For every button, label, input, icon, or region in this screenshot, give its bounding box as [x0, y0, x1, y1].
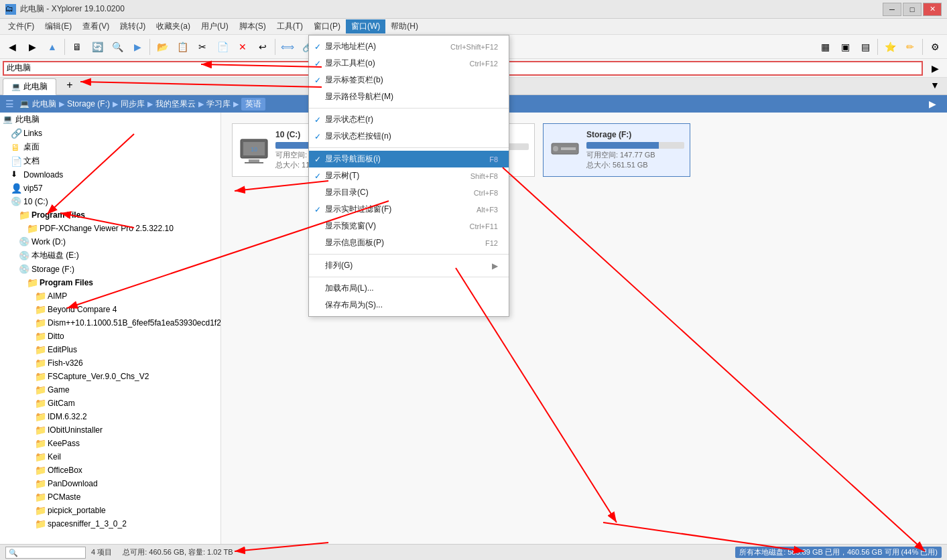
list-button[interactable]: ▤ [856, 38, 875, 56]
maximize-button[interactable]: □ [903, 3, 922, 16]
dd-save-layout[interactable]: 保存布局为(S)... [309, 297, 509, 313]
disk-info-indicator: 所有本地磁盘: 585.89 GB 已用，460.56 GB 可用 (44% 已… [735, 547, 942, 558]
game-icon: 📁 [35, 384, 46, 395]
sidebar-item-keepass[interactable]: 📁 KeePass [0, 437, 220, 450]
sidebar-item-desktop[interactable]: 🖥 桌面 [0, 140, 220, 154]
minimize-button[interactable]: ─ [883, 3, 901, 16]
menu-tools[interactable]: 工具(T) [271, 19, 308, 33]
sidebar-item-aimp[interactable]: 📁 AIMP [0, 289, 220, 303]
sidebar-item-iobit[interactable]: 📁 IObitUninstaller [0, 423, 220, 437]
back-button[interactable]: ◀ [3, 38, 21, 56]
color-button[interactable]: ✏ [901, 38, 920, 56]
browse-button[interactable]: 📂 [153, 38, 172, 56]
sidebar-item-vip57[interactable]: 👤 vip57 [0, 182, 220, 195]
bc-item-sync[interactable]: 同步库 [121, 98, 145, 110]
menu-file[interactable]: 文件(F) [3, 19, 40, 33]
sidebar-item-links[interactable]: 🔗 Links [0, 127, 220, 140]
menu-window-w[interactable]: 窗口(W) [346, 19, 385, 33]
menu-edit[interactable]: 编辑(E) [40, 19, 77, 33]
refresh-button[interactable]: 🔄 [88, 38, 107, 56]
paste-button[interactable]: 📄 [213, 38, 232, 56]
sidebar-item-documents[interactable]: 📄 文档 [0, 154, 220, 168]
sidebar-item-f-drive[interactable]: 💿 Storage (F:) [0, 263, 220, 276]
sync-button[interactable]: ⟺ [278, 38, 297, 56]
sidebar-label-iobit: IObitUninstaller [48, 425, 103, 435]
copy2-button[interactable]: 📋 [173, 38, 192, 56]
close-button[interactable]: ✕ [923, 3, 942, 16]
home-button[interactable]: 🖥 [68, 38, 86, 56]
menu-window-p[interactable]: 窗口(P) [308, 19, 346, 33]
sidebar-item-game[interactable]: 📁 Game [0, 383, 220, 397]
dd-show-breadcrumb[interactable]: 显示路径导航栏(M) [309, 88, 509, 105]
delete-button[interactable]: ✕ [233, 38, 252, 56]
sidebar-item-ditto[interactable]: 📁 Ditto [0, 330, 220, 343]
star-button[interactable]: ⭐ [881, 38, 899, 56]
sidebar-item-spacesniffer[interactable]: 📁 spacesniffer_1_3_0_2 [0, 517, 220, 531]
dd-show-filter[interactable]: ✓ 显示实时过滤窗(F) Alt+F3 [309, 201, 509, 218]
cut-button[interactable]: ✂ [193, 38, 212, 56]
addr-go-button[interactable]: ▶ [926, 59, 944, 78]
bc-item-study[interactable]: 学习库 [206, 98, 231, 110]
menu-favorites[interactable]: 收藏夹(a) [151, 19, 196, 33]
new-tab-button[interactable]: + [60, 76, 79, 94]
dd-show-info[interactable]: 显示信息面板(P) F12 [309, 234, 509, 251]
pandownload-icon: 📁 [35, 478, 46, 489]
menu-help[interactable]: 帮助(H) [385, 19, 424, 33]
settings-button[interactable]: ⚙ [926, 38, 944, 56]
dd-show-nav[interactable]: ✓ 显示导航面板(i) F8 [309, 151, 509, 167]
sidebar-item-fish[interactable]: 📁 Fish-v326 [0, 356, 220, 370]
sidebar-item-keil[interactable]: 📁 Keil [0, 450, 220, 464]
dd-show-tree[interactable]: ✓ 显示树(T) Shift+F8 [309, 167, 509, 184]
up-button[interactable]: ▲ [43, 38, 62, 56]
sidebar-item-dism[interactable]: 📁 Dism++10.1.1000.51B_6feef5fa1ea53930ec… [0, 316, 220, 330]
undo-button[interactable]: ↩ [253, 38, 272, 56]
search-button[interactable]: 🔍 [108, 38, 127, 56]
sidebar-item-d-drive[interactable]: 💿 Work (D:) [0, 235, 220, 249]
menu-view[interactable]: 查看(V) [77, 19, 115, 33]
dd-show-toolbar[interactable]: ✓ 显示工具栏(o) Ctrl+F12 [309, 55, 509, 72]
dd-show-catalog[interactable]: 显示目录(C) Ctrl+F8 [309, 184, 509, 201]
sidebar-item-picpick[interactable]: 📁 picpick_portable [0, 504, 220, 517]
search-input[interactable] [5, 547, 86, 559]
sidebar-item-pdf-xchange[interactable]: 📁 PDF-XChange Viewer Pro 2.5.322.10 [0, 222, 220, 235]
sidebar-item-c-drive[interactable]: 💿 10 (C:) [0, 195, 220, 208]
tab-this-pc[interactable]: 💻 此电脑 [3, 78, 56, 95]
bc-item-thispc[interactable]: 此电脑 [32, 98, 56, 110]
menu-goto[interactable]: 跳转(J) [115, 19, 151, 33]
breadcrumb-right-arrow[interactable]: ▶ [923, 94, 942, 113]
sidebar-item-thispc[interactable]: 💻 此电脑 [0, 113, 220, 127]
tab-menu-button[interactable]: ▼ [926, 76, 944, 94]
sidebar-item-e-drive[interactable]: 💿 本地磁盘 (E:) [0, 249, 220, 263]
dd-show-status-btn[interactable]: ✓ 显示状态栏按钮(n) [309, 128, 509, 145]
dd-arrange[interactable]: 排列(G) ▶ [309, 257, 509, 274]
f-drive-icon: 💿 [19, 264, 29, 275]
menu-script[interactable]: 脚本(S) [234, 19, 271, 33]
grid-view-button[interactable]: ▦ [816, 38, 834, 56]
sidebar-item-officebox[interactable]: 📁 OfficeBox [0, 464, 220, 477]
sidebar-item-pcmaste[interactable]: 📁 PCMaste [0, 490, 220, 504]
sidebar-item-program-files-c[interactable]: 📁 Program Files [0, 208, 220, 222]
sidebar-item-idm[interactable]: 📁 IDM.6.32.2 [0, 410, 220, 423]
sidebar-item-gitcam[interactable]: 📁 GitCam [0, 397, 220, 410]
forward-button[interactable]: ▶ [23, 38, 42, 56]
dd-show-address[interactable]: ✓ 显示地址栏(A) Ctrl+Shift+F12 [309, 38, 509, 55]
sidebar-item-pandownload[interactable]: 📁 PanDownload [0, 477, 220, 490]
sidebar-item-fscapture[interactable]: 📁 FSCapture_Ver.9.0_Chs_V2 [0, 370, 220, 383]
drive-tile-f[interactable]: Storage (F:) 可用空间: 147.77 GB 总大小: 561.51… [543, 123, 690, 177]
sidebar-item-beyond-compare[interactable]: 📁 Beyond Compare 4 [0, 303, 220, 316]
bc-item-storage[interactable]: Storage (F:) [67, 99, 110, 109]
menu-user[interactable]: 用户(U) [196, 19, 234, 33]
sidebar-item-program-files-f[interactable]: 📁 Program Files [0, 276, 220, 289]
bc-item-english[interactable]: 英语 [241, 98, 265, 111]
breadcrumb-menu-icon: ☰ [5, 98, 14, 109]
sidebar-item-downloads[interactable]: ⬇ Downloads [0, 168, 220, 182]
panel-button[interactable]: ▣ [836, 38, 855, 56]
dd-show-status[interactable]: ✓ 显示状态栏(r) [309, 111, 509, 128]
dd-load-layout[interactable]: 加载布局(L)... [309, 280, 509, 297]
copy-button[interactable]: ▶ [128, 38, 147, 56]
sidebar-item-editplus[interactable]: 📁 EditPlus [0, 343, 220, 356]
dd-show-tabs[interactable]: ✓ 显示标签页栏(b) [309, 72, 509, 88]
sidebar-label-c-drive: 10 (C:) [23, 197, 48, 206]
bc-item-nutstore[interactable]: 我的坚果云 [155, 98, 196, 110]
dd-show-preview[interactable]: 显示预览窗(V) Ctrl+F11 [309, 218, 509, 234]
